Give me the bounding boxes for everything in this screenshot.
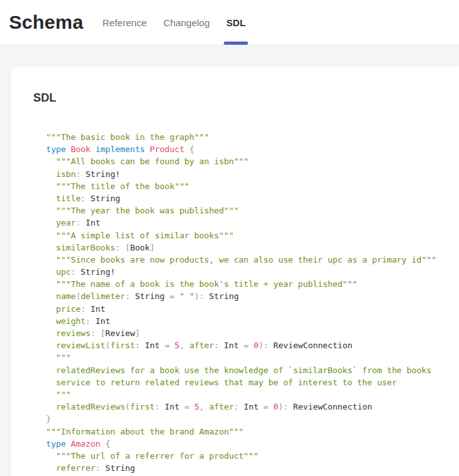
code-line: """The basic book in the graph""" [46,131,459,143]
code-line: similarBooks: [Book] [46,242,459,254]
code-line: reviewList(first: Int = 5, after: Int = … [46,339,459,351]
sdl-code-block: """The basic book in the graph"""type Bo… [46,131,459,476]
code-line: """ [46,351,459,364]
code-line: """All books can be found by an isbn""" [46,155,459,167]
code-line: price: Int [46,303,459,315]
code-line: weight: Int [46,315,459,327]
code-line: type Book implements Product { [46,143,459,155]
code-line: """A simple list of similar books""" [46,229,459,242]
code-line: service to return related reviews that m… [46,376,459,388]
code-line: """The name of a book is the book's titl… [46,278,459,290]
code-line: """Information about the brand Amazon""" [46,426,459,438]
code-line: """The url of a referrer for a product""… [46,450,459,462]
code-line: title: String [46,192,459,204]
page-title: Schema [9,12,83,33]
code-line: name(delimeter: String = " "): String [46,290,459,302]
page-header: Schema ReferenceChangelogSDL [0,0,459,45]
card-heading: SDL [33,91,459,105]
code-line: } [46,413,459,425]
tab-sdl[interactable]: SDL [226,0,245,45]
tab-bar: ReferenceChangelogSDL [102,0,245,45]
code-line: reviews: [Review] [46,327,459,339]
code-line: """Since books are now products, we can … [46,254,459,266]
content-area: SDL """The basic book in the graph"""typ… [0,45,459,476]
code-line: """The year the book was published""" [46,204,459,217]
code-line: """The title of the book""" [46,180,459,192]
tab-changelog[interactable]: Changelog [163,0,210,45]
code-line: isbn: String! [46,168,459,180]
code-line: relatedReviews for a book use the knowle… [46,364,459,376]
code-line: year: Int [46,217,459,229]
code-line: """ [46,388,459,401]
code-line: upc: String! [46,266,459,278]
code-line: relatedReviews(first: Int = 5, after: In… [46,401,459,413]
code-line: type Amazon { [46,438,459,450]
sdl-card: SDL """The basic book in the graph"""typ… [11,66,459,476]
code-line: referrer: String [46,462,459,474]
tab-reference[interactable]: Reference [102,0,146,45]
